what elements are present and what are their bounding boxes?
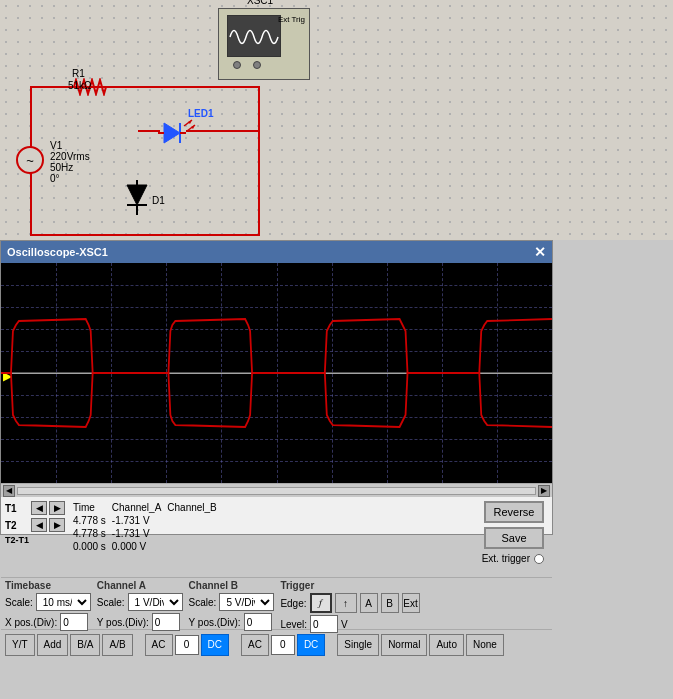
reverse-button[interactable]: Reverse — [484, 501, 544, 523]
cha-ypos-input[interactable] — [152, 613, 180, 631]
channel-b-group: Channel B Scale: 5 V/Div Y pos.(Div): — [189, 580, 275, 631]
none-btn[interactable]: None — [466, 634, 504, 656]
timebase-scale-select[interactable]: 10 ms/Div — [36, 593, 91, 611]
r1-name-label: R1 — [72, 68, 85, 79]
t1-label: T1 — [5, 503, 29, 514]
t1-cha-value: -1.731 V — [112, 514, 167, 527]
grid-h-8 — [1, 439, 552, 440]
t2-right-btn[interactable]: ▶ — [49, 518, 65, 532]
t1-marker: ▶ — [3, 369, 12, 383]
trigger-level-input[interactable] — [310, 615, 338, 633]
ext-trigger-row: Ext. trigger — [482, 553, 544, 564]
trigger-b-btn[interactable]: B — [381, 593, 399, 613]
col-time-header: Time — [73, 501, 112, 514]
scroll-left-btn[interactable]: ◀ — [3, 485, 15, 497]
ab-button[interactable]: A/B — [102, 634, 132, 656]
t2-control-row: T2 ◀ ▶ — [5, 518, 65, 532]
t2-chb-value — [167, 527, 222, 540]
grid-h-3 — [1, 329, 552, 330]
t1-right-btn[interactable]: ▶ — [49, 501, 65, 515]
cha-ypos-label: Y pos.(Div): — [97, 617, 149, 628]
lower-controls: Timebase Scale: 10 ms/Div X pos.(Div): C… — [1, 577, 552, 629]
t1-control-row: T1 ◀ ▶ — [5, 501, 65, 515]
t2t1-chb-value — [167, 540, 222, 553]
v1-name: V1 — [50, 140, 62, 151]
cha-dc-button[interactable]: DC — [201, 634, 229, 656]
chb-ypos-row: Y pos.(Div): — [189, 613, 275, 631]
channel-a-title: Channel A — [97, 580, 183, 591]
v1-phase: 0° — [50, 173, 60, 184]
t2-cha-value: -1.731 V — [112, 527, 167, 540]
scroll-right-btn[interactable]: ▶ — [538, 485, 550, 497]
t1-left-btn[interactable]: ◀ — [31, 501, 47, 515]
cha-scale-row: Scale: 1 V/Div — [97, 593, 183, 611]
add-button[interactable]: Add — [37, 634, 69, 656]
grid-h-7 — [1, 417, 552, 418]
cha-scale-select[interactable]: 1 V/Div — [128, 593, 183, 611]
trigger-edge-label: Edge: — [280, 598, 306, 609]
trigger-edge-row: Edge: 𝑓 ↑ A B Ext — [280, 593, 419, 613]
d1-symbol — [122, 180, 152, 230]
ba-button[interactable]: B/A — [70, 634, 100, 656]
circuit-area: XSC1 Ext Trig R1 51kΩ ~ V1 220Vrms 50Hz … — [0, 0, 673, 240]
wire-led-right — [186, 130, 260, 132]
scroll-track[interactable] — [17, 487, 536, 495]
chb-ypos-input[interactable] — [244, 613, 272, 631]
channel-a-group: Channel A Scale: 1 V/Div Y pos.(Div): — [97, 580, 183, 631]
single-btn[interactable]: Single — [337, 634, 379, 656]
wire-led-left — [138, 130, 160, 132]
ext-trigger-radio[interactable] — [534, 554, 544, 564]
osc-title: Oscilloscope-XSC1 — [7, 246, 108, 258]
ext-trigger-label: Ext. trigger — [482, 553, 530, 564]
t2t1-cha-value: 0.000 V — [112, 540, 167, 553]
cha-scale-label: Scale: — [97, 597, 125, 608]
cha-ac-button[interactable]: AC — [145, 634, 173, 656]
osc-scrollbar[interactable]: ◀ ▶ — [1, 483, 552, 497]
xsc1-component[interactable]: XSC1 Ext Trig — [218, 8, 310, 80]
timebase-xpos-row: X pos.(Div): — [5, 613, 91, 631]
svg-marker-8 — [127, 185, 147, 205]
trigger-rise-btn[interactable]: ↑ — [335, 593, 357, 613]
grid-h-1 — [1, 285, 552, 286]
d1-label: D1 — [152, 195, 165, 206]
auto-btn[interactable]: Auto — [429, 634, 464, 656]
chb-scale-row: Scale: 5 V/Div — [189, 593, 275, 611]
oscilloscope-window: Oscilloscope-XSC1 ✕ ▶ — [0, 240, 553, 535]
col-chb-header: Channel_B — [167, 501, 222, 514]
timebase-xpos-label: X pos.(Div): — [5, 617, 57, 628]
trigger-a-btn[interactable]: A — [360, 593, 378, 613]
yt-button[interactable]: Y/T — [5, 634, 35, 656]
chb-num-input[interactable] — [271, 635, 295, 655]
t2-time-value: 4.778 s — [73, 527, 112, 540]
osc-titlebar: Oscilloscope-XSC1 ✕ — [1, 241, 552, 263]
t2t1-label: T2-T1 — [5, 535, 29, 545]
trigger-f-btn[interactable]: 𝑓 — [310, 593, 332, 613]
t1-time-value: 4.778 s — [73, 514, 112, 527]
cursor-data-table: Time Channel_A Channel_B 4.778 s -1.731 … — [69, 501, 478, 553]
t2t1-time-value: 0.000 s — [73, 540, 112, 553]
t1-chb-value — [167, 514, 222, 527]
chb-scale-select[interactable]: 5 V/Div — [219, 593, 274, 611]
trigger-ext-btn[interactable]: Ext — [402, 593, 420, 613]
t2-left-btn[interactable]: ◀ — [31, 518, 47, 532]
xsc1-label: XSC1 — [247, 0, 273, 6]
chb-dc-btn[interactable]: DC — [297, 634, 325, 656]
led1-symbol — [158, 118, 198, 148]
xsc1-screen — [227, 15, 281, 57]
cha-num-input[interactable] — [175, 635, 199, 655]
channel-b-title: Channel B — [189, 580, 275, 591]
wire-bottom — [30, 234, 260, 236]
grid-h-2 — [1, 307, 552, 308]
timebase-scale-row: Scale: 10 ms/Div — [5, 593, 91, 611]
normal-btn[interactable]: Normal — [381, 634, 427, 656]
save-button[interactable]: Save — [484, 527, 544, 549]
timebase-xpos-input[interactable] — [60, 613, 88, 631]
timebase-title: Timebase — [5, 580, 91, 591]
cursor-row: T1 ◀ ▶ T2 ◀ ▶ T2-T1 Time Channel_A Chann… — [1, 497, 552, 577]
chb-ac-btn[interactable]: AC — [241, 634, 269, 656]
grid-h-6 — [1, 395, 552, 396]
osc-screen: ▶ — [1, 263, 552, 483]
osc-close-button[interactable]: ✕ — [534, 244, 546, 260]
col-cha-header: Channel_A — [112, 501, 167, 514]
t2t1-row: T2-T1 — [5, 535, 65, 545]
